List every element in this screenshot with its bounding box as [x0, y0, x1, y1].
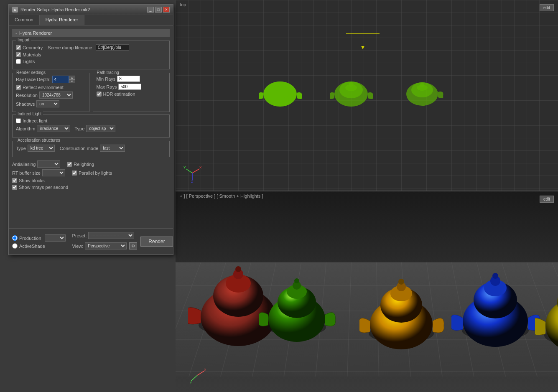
render-settings-group: Render settings RayTrace Depth: ▲ ▼ Refl…: [12, 73, 89, 112]
materials-row: Materials: [16, 52, 166, 57]
svg-text:X: X: [199, 165, 202, 169]
type-select[interactable]: object sp: [86, 125, 115, 132]
scene-dump-input[interactable]: [96, 44, 129, 51]
indirect-light-label: Indirect light: [23, 118, 47, 123]
hdr-label: HDR estimation: [103, 92, 135, 97]
indirect-light-row: Indirect light: [16, 118, 166, 123]
acceleration-group-label: Acceleration structures: [16, 138, 62, 143]
hdr-row: HDR estimation: [97, 92, 166, 97]
shadows-select[interactable]: on off: [36, 100, 59, 107]
section-collapse-btn[interactable]: -: [15, 30, 17, 36]
parallel-row: Parallel by lights: [72, 171, 112, 176]
raytrace-down-btn[interactable]: ▼: [69, 79, 75, 83]
preset-select[interactable]: --------------------: [88, 232, 134, 239]
view-select[interactable]: Perspective: [85, 242, 127, 249]
teapot-orange: [359, 262, 451, 354]
materials-checkbox[interactable]: [16, 52, 21, 57]
minimize-button[interactable]: _: [147, 7, 154, 13]
parallel-label: Parallel by lights: [79, 171, 112, 176]
view-options-btn[interactable]: ⚙: [129, 242, 137, 249]
restore-button[interactable]: □: [155, 7, 162, 13]
lights-checkbox[interactable]: [16, 59, 21, 64]
antialiasing-label: Antialiasing: [12, 162, 36, 167]
svg-point-41: [492, 273, 498, 279]
tab-hydra-renderer[interactable]: Hydra Renderer: [40, 15, 84, 25]
svg-point-29: [294, 278, 299, 283]
max-rays-input[interactable]: [118, 84, 141, 90]
svg-point-3: [278, 82, 283, 87]
preset-row: Preset: --------------------: [72, 232, 138, 239]
production-radio[interactable]: [12, 235, 18, 241]
viewport-top[interactable]: top edit: [176, 0, 558, 191]
view-label: View:: [72, 244, 84, 249]
svg-text:Y: Y: [190, 381, 192, 384]
path-tracing-label: Path tracing: [96, 70, 120, 75]
indirect-light-group-label: Indirect Light: [16, 112, 43, 116]
indirect-light-checkbox[interactable]: [16, 118, 21, 123]
svg-point-35: [398, 279, 404, 285]
antialiasing-relighting-row: Antialiasing Relighting: [12, 160, 170, 168]
algorithm-select[interactable]: irradiance: [37, 125, 70, 132]
raytrace-up-btn[interactable]: ▲: [69, 76, 75, 79]
viewport-bottom-edit-btn[interactable]: edit: [540, 196, 554, 203]
min-rays-input[interactable]: [117, 76, 140, 82]
viewport-top-edit-btn[interactable]: edit: [540, 4, 554, 11]
reflect-env-row: Reflect environment: [16, 85, 86, 90]
production-option: Production: [12, 234, 66, 242]
dialog-tabs: Common Hydra Renderer: [9, 15, 173, 25]
render-setup-dialog: G Render Setup: Hydra Render mk2 _ □ ✕ C…: [8, 4, 173, 255]
geometry-label: Geometry: [23, 45, 43, 50]
resolution-select[interactable]: 1024x768 1920x1080 640x480: [39, 92, 73, 99]
dialog-content: - Hydra Renderer Import Geometry Scene d…: [9, 25, 173, 195]
raytrace-depth-input[interactable]: [52, 76, 69, 83]
rt-buffer-select[interactable]: [42, 169, 65, 176]
reflect-env-label: Reflect environment: [23, 85, 64, 90]
show-mrays-label: Show mrays per second: [19, 185, 68, 190]
production-label: Production: [19, 236, 41, 241]
dialog-titlebar[interactable]: G Render Setup: Hydra Render mk2 _ □ ✕: [9, 5, 173, 15]
preset-view-options: Preset: -------------------- View: Persp…: [72, 232, 138, 251]
svg-text:X: X: [204, 368, 206, 372]
dialog-window-controls: _ □ ✕: [147, 7, 170, 13]
resolution-label: Resolution: [16, 93, 38, 98]
viewport-bottom[interactable]: + ] [ Perspective ] [ Smooth + Highlight…: [176, 191, 558, 392]
reflect-env-checkbox[interactable]: [16, 85, 21, 90]
min-rays-row: Min Rays: [97, 76, 166, 82]
tab-common[interactable]: Common: [9, 15, 40, 25]
geometry-checkbox[interactable]: [16, 45, 21, 50]
accel-type-row: Type kd tree Construction mode fast prec…: [16, 145, 166, 152]
dialog-icon: G: [12, 7, 18, 13]
show-mrays-checkbox[interactable]: [12, 185, 17, 190]
max-rays-row: Max Rays: [97, 84, 166, 90]
path-tracing-group: Path tracing Min Rays Max Rays HDR estim…: [93, 73, 170, 112]
close-button[interactable]: ✕: [163, 7, 170, 13]
parallel-checkbox[interactable]: [72, 171, 77, 176]
render-button[interactable]: Render: [140, 237, 173, 247]
show-blocks-checkbox[interactable]: [12, 178, 17, 183]
relighting-row: Relighting: [67, 162, 94, 167]
raytrace-depth-spinner: ▲ ▼: [52, 76, 75, 83]
algorithm-label: Algorithm: [16, 126, 35, 131]
raytrace-spinner-buttons: ▲ ▼: [69, 76, 75, 83]
construction-select[interactable]: fast precise: [100, 145, 125, 152]
render-scene: X Y: [176, 191, 558, 392]
teapot-silhouette-2: [330, 75, 376, 109]
accel-type-select[interactable]: kd tree: [28, 145, 55, 152]
dialog-bottom-bar: Production ActiveShade Preset: ---------…: [9, 228, 173, 255]
svg-line-13: [186, 169, 192, 173]
antialiasing-select[interactable]: [37, 160, 60, 168]
resolution-row: Resolution 1024x768 1920x1080 640x480: [16, 92, 86, 99]
dialog-title-left: G Render Setup: Hydra Render mk2: [12, 7, 90, 13]
activeshade-radio[interactable]: [12, 243, 18, 249]
svg-point-11: [420, 83, 424, 87]
max-rays-label: Max Rays: [97, 84, 117, 89]
construction-label: Construction mode: [60, 146, 98, 151]
acceleration-group: Acceleration structures Type kd tree Con…: [12, 141, 170, 157]
production-select[interactable]: [45, 234, 66, 242]
teapot-blue: [451, 256, 548, 352]
relighting-checkbox[interactable]: [67, 162, 72, 167]
teapot-yellow: [535, 256, 558, 361]
viewport-area: top edit: [176, 0, 558, 392]
hdr-checkbox[interactable]: [97, 92, 102, 97]
rt-buffer-parallel-row: RT buffer size Parallel by lights: [12, 169, 170, 176]
